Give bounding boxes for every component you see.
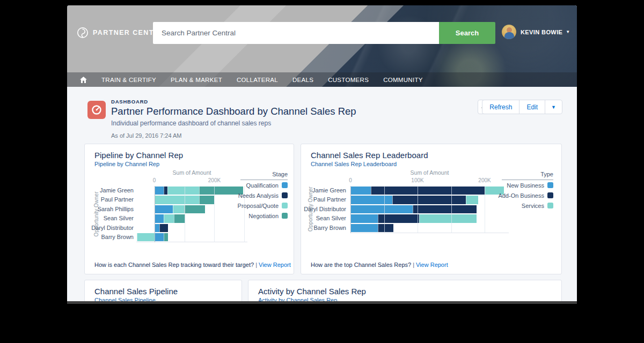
bar-segment[interactable] (199, 196, 215, 204)
legend-swatch (547, 203, 553, 208)
dashboard-actions: Refresh Edit ▼ (482, 100, 562, 114)
bar-segment[interactable] (159, 224, 169, 233)
search-input[interactable] (153, 22, 439, 44)
bar-segment[interactable] (392, 196, 466, 204)
chart-plot (350, 186, 509, 233)
bar-segment[interactable] (184, 205, 205, 214)
x-axis-title: Sum of Amount (173, 169, 211, 176)
search-button[interactable]: Search (439, 22, 495, 44)
legend-item: Qualification (240, 180, 288, 190)
bar-segment[interactable] (350, 214, 378, 223)
nav-item-plan-market[interactable]: PLAN & MARKET (171, 77, 222, 83)
category-label: Jamie Green (301, 186, 346, 195)
x-tick-label: 0 (349, 177, 352, 183)
nav-item-collateral[interactable]: COLLATERAL (237, 77, 278, 83)
bar-segment[interactable] (164, 233, 168, 242)
legend-label: Needs Analysis (238, 192, 279, 199)
legend-swatch (282, 213, 288, 219)
refresh-button[interactable]: Refresh (482, 100, 519, 114)
nav-item-home[interactable] (80, 77, 87, 83)
category-label: Sean Silver (85, 214, 134, 223)
bar-segment[interactable] (155, 233, 164, 242)
legend-item: New Business (502, 180, 553, 190)
category-label: Sean Silver (301, 214, 346, 223)
card-footer: How is each Channel Sales Rep tracking t… (94, 262, 291, 268)
card-subtitle-link[interactable]: Channel Sales Rep Leaderboard (311, 161, 397, 167)
header-banner: PARTNER CENTRAL Search KEVIN BOWIE ▼ TRA… (67, 5, 577, 87)
bar-segment[interactable] (174, 214, 185, 223)
bar-segment[interactable] (155, 205, 173, 214)
bar-segment[interactable] (350, 224, 378, 233)
category-label: Jamie Green (85, 186, 134, 195)
card-title: Activity by Channel Sales Rep (258, 287, 366, 296)
bar-segment[interactable] (371, 187, 485, 195)
x-tick-label: 200K (208, 177, 221, 183)
bar-segment[interactable] (378, 224, 393, 233)
legend-swatch (547, 192, 553, 198)
x-tick-label: 100K (411, 177, 423, 183)
window-bottom-edge (67, 301, 577, 304)
bar-segment[interactable] (164, 214, 174, 223)
chart-legend: Stage QualificationNeeds AnalysisProposa… (240, 171, 288, 221)
bar-segment[interactable] (155, 187, 164, 195)
bar-segment[interactable] (155, 224, 159, 233)
bar-segment[interactable] (167, 187, 200, 195)
legend-swatch (282, 182, 288, 188)
card-pipeline-by-channel-rep: Pipeline by Channel Rep Pipeline by Chan… (84, 144, 294, 274)
legend-item: Add-On Business (502, 190, 553, 200)
app-window: PARTNER CENTRAL Search KEVIN BOWIE ▼ TRA… (67, 5, 577, 301)
card-footer: How are the top Channel Sales Reps?|View… (311, 262, 448, 268)
bar-segment[interactable] (350, 196, 392, 204)
gridline (485, 186, 485, 233)
card-title: Channel Sales Rep Leaderboard (311, 151, 428, 160)
footer-question: How are the top Channel Sales Reps? (311, 262, 411, 268)
more-actions-button[interactable]: ▼ (545, 100, 562, 114)
gridline (384, 186, 385, 233)
bar-segment[interactable] (164, 187, 167, 195)
nav-item-community[interactable]: COMMUNITY (383, 77, 423, 83)
category-labels: Jamie GreenPaul PartnerSarah PhillipsSea… (85, 186, 134, 242)
home-icon (80, 77, 87, 83)
user-menu[interactable]: KEVIN BOWIE ▼ (502, 25, 570, 39)
category-label: Barry Brown (301, 223, 346, 233)
footer-question: How is each Channel Sales Rep tracking t… (94, 262, 254, 268)
legend-item: Services (502, 200, 553, 211)
category-label: Daryl Distributor (301, 205, 346, 214)
bar-segment[interactable] (466, 196, 478, 204)
user-name: KEVIN BOWIE (521, 29, 562, 35)
legend-swatch (282, 192, 288, 198)
chart-legend: Type New BusinessAdd-On BusinessServices (502, 171, 553, 211)
card-subtitle-link[interactable]: Activity by Channel Sales Rep (258, 297, 337, 301)
gridline (214, 186, 215, 242)
nav-item-customers[interactable]: CUSTOMERS (328, 77, 369, 83)
bar-segment[interactable] (419, 214, 477, 223)
bar-segment[interactable] (155, 214, 164, 223)
category-label: Sarah Phillips (85, 205, 134, 214)
legend-item: Negotiation (240, 211, 288, 221)
card-subtitle-link[interactable]: Pipeline by Channel Rep (94, 161, 159, 167)
bar-segment[interactable] (199, 187, 243, 195)
view-report-link[interactable]: View Report (416, 262, 448, 268)
x-axis-title: Sum of Amount (411, 169, 449, 176)
avatar (502, 25, 516, 39)
edit-button[interactable]: Edit (519, 100, 545, 114)
category-label: Barry Brown (85, 233, 134, 242)
bar-segment[interactable] (155, 196, 199, 204)
bar-segment[interactable] (413, 205, 477, 214)
bar-segment[interactable] (137, 233, 154, 242)
nav-item-deals[interactable]: DEALS (292, 77, 313, 83)
bar-segment[interactable] (350, 205, 413, 214)
main-nav: TRAIN & CERTIFYPLAN & MARKETCOLLATERALDE… (67, 72, 577, 87)
card-subtitle-link[interactable]: Channel Sales Pipeline (94, 297, 156, 301)
bar-segment[interactable] (350, 187, 371, 195)
nav-item-train-certify[interactable]: TRAIN & CERTIFY (101, 77, 156, 83)
gridline (350, 186, 351, 233)
category-labels: Jamie GreenPaul PartnerDaryl Distributor… (301, 186, 346, 233)
bar-segment[interactable] (173, 205, 184, 214)
page-subtitle: Individual performance dashboard of chan… (111, 120, 444, 127)
dashboard-eyebrow: DASHBOARD (111, 99, 444, 105)
legend-swatch (282, 203, 288, 208)
legend-label: Add-On Business (498, 192, 544, 199)
logo-swirl-icon (77, 27, 89, 39)
view-report-link[interactable]: View Report (259, 262, 291, 268)
